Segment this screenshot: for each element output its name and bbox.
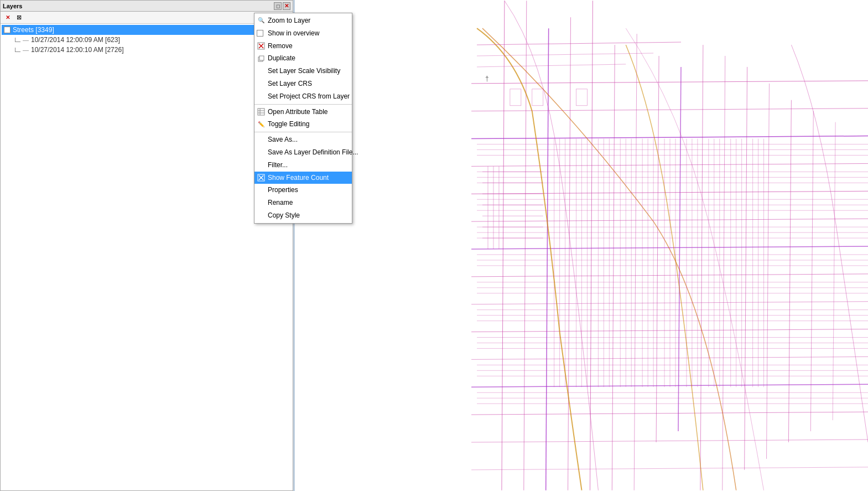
remove-layer-button[interactable]: ✕: [3, 13, 13, 23]
sublayer-item-2[interactable]: — 10/27/2014 12:00:10 AM [2726]: [2, 45, 292, 55]
layers-titlebar: Layers ◻ ✕: [1, 1, 293, 12]
menu-item-duplicate[interactable]: Duplicate: [254, 52, 352, 65]
menu-item-set-project-crs-from-layer[interactable]: Set Project CRS from Layer: [254, 90, 352, 103]
svg-rect-4: [259, 56, 264, 60]
sublayer-name-1: 10/27/2014 12:00:09 AM [623]: [31, 36, 120, 44]
sublayer-connector-2: [15, 48, 20, 52]
menu-item-set-layer-scale-visibility[interactable]: Set Layer Scale Visibility: [254, 65, 352, 77]
overview-checkbox-icon: [257, 30, 263, 37]
menu-item-copy-style[interactable]: Copy Style: [254, 209, 352, 222]
main-container: Layers ◻ ✕ ✕ ⊠ Streets [3349] — 10/27/20…: [0, 0, 868, 491]
menu-item-remove[interactable]: Remove: [254, 40, 352, 53]
sublayer-connector-1: [15, 38, 20, 42]
menu-item-open-attribute-table[interactable]: Open Attribute Table: [254, 106, 352, 118]
svg-rect-5: [258, 108, 264, 115]
layers-content: Streets [3349] — 10/27/2014 12:00:09 AM …: [1, 24, 293, 490]
menu-separator-1: [254, 104, 352, 105]
layers-toolbar: ✕ ⊠: [1, 12, 293, 24]
sublayer-dash-2: —: [23, 46, 29, 53]
menu-item-properties[interactable]: Properties: [254, 184, 352, 197]
menu-item-set-layer-crs[interactable]: Set Layer CRS: [254, 77, 352, 90]
duplicate-icon: [257, 54, 266, 63]
table-icon: [257, 107, 266, 116]
menu-item-toggle-editing[interactable]: ✏️ Toggle Editing: [254, 118, 352, 131]
sublayer-name-2: 10/27/2014 12:00:10 AM [2726]: [31, 46, 123, 54]
layer-item-streets[interactable]: Streets [3349]: [2, 25, 292, 35]
layers-panel: Layers ◻ ✕ ✕ ⊠ Streets [3349] — 10/27/20…: [0, 0, 293, 491]
menu-separator-2: [254, 132, 352, 132]
menu-item-rename[interactable]: Rename: [254, 197, 352, 209]
svg-rect-12: [295, 1, 868, 490]
sublayer-dash-1: —: [23, 37, 29, 43]
remove-icon: [257, 42, 266, 50]
menu-item-show-feature-count[interactable]: Show Feature Count: [254, 172, 352, 184]
menu-item-save-as[interactable]: Save As...: [254, 133, 352, 146]
menu-item-save-as-layer-def[interactable]: Save As Layer Definition File...: [254, 146, 352, 159]
svg-text:†: †: [485, 75, 489, 82]
layer-name-streets: Streets [3349]: [13, 26, 54, 34]
zoom-icon: 🔍: [257, 16, 266, 25]
titlebar-buttons: ◻ ✕: [274, 2, 290, 10]
menu-item-show-in-overview[interactable]: Show in overview: [254, 27, 352, 40]
menu-item-filter[interactable]: Filter...: [254, 159, 352, 172]
layers-title: Layers: [3, 3, 22, 9]
context-menu: 🔍 Zoom to Layer Show in overview Remove: [254, 13, 352, 224]
layer-checkbox-streets[interactable]: [4, 27, 11, 33]
map-area: †: [295, 0, 868, 491]
sublayer-item-1[interactable]: — 10/27/2014 12:00:09 AM [623]: [2, 35, 292, 45]
pencil-icon: ✏️: [257, 120, 266, 129]
map-svg: †: [295, 0, 868, 491]
close-button[interactable]: ✕: [283, 2, 290, 10]
show-feature-count-icon: [257, 173, 266, 182]
close-layer-button[interactable]: ⊠: [14, 13, 24, 23]
restore-button[interactable]: ◻: [274, 2, 282, 10]
menu-item-zoom-to-layer[interactable]: 🔍 Zoom to Layer: [254, 14, 352, 27]
